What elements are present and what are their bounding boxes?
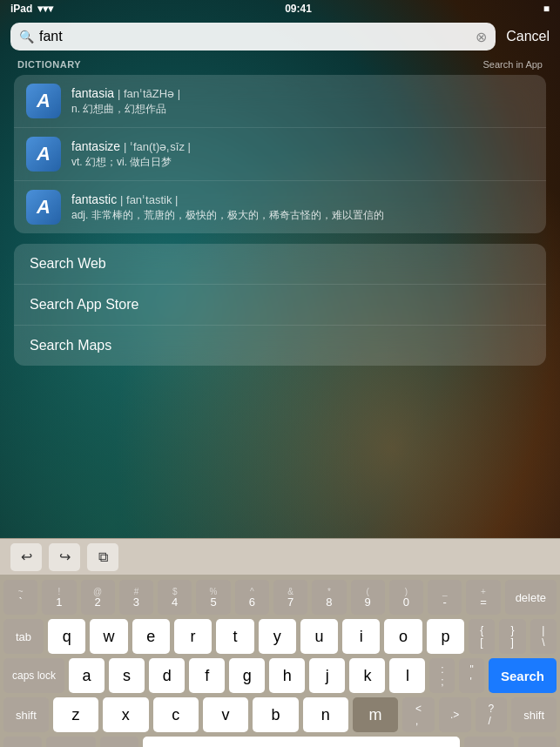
key-r[interactable]: r — [174, 619, 212, 654]
key-p[interactable]: p — [427, 619, 464, 654]
key-slash[interactable]: ?/ — [476, 697, 508, 732]
paste-button[interactable]: ⧉ — [87, 543, 118, 571]
dict-item-fantastic[interactable]: A fantastic | fanˈtastik | adj. 非常棒的，荒唐的… — [14, 181, 546, 233]
key-lbrace[interactable]: {[ — [469, 619, 495, 654]
search-maps-option[interactable]: Search Maps — [14, 326, 546, 366]
globe-key[interactable]: 🌐 — [3, 737, 42, 747]
dict-text-fantasia: fantasia | fanˈtāZHə | n. 幻想曲，幻想作品 — [71, 86, 534, 117]
key-f[interactable]: f — [189, 658, 225, 693]
key-j[interactable]: j — [309, 658, 345, 693]
key-u[interactable]: u — [300, 619, 338, 654]
key-4[interactable]: $4 — [158, 580, 192, 615]
dict-word: fantasia | fanˈtāZHə | — [71, 86, 534, 100]
key-comma[interactable]: <, — [402, 697, 435, 732]
key-8[interactable]: *8 — [312, 580, 346, 615]
key-rbrace[interactable]: }] — [499, 619, 525, 654]
dict-word3: fantastic | fanˈtastik | — [71, 192, 534, 206]
key-x[interactable]: x — [103, 697, 148, 732]
key-z[interactable]: z — [53, 697, 98, 732]
key-v[interactable]: v — [203, 697, 248, 732]
word-fantastic: fantastic — [71, 192, 117, 206]
key-2[interactable]: @2 — [81, 580, 115, 615]
key-c[interactable]: c — [153, 697, 199, 732]
undo-button[interactable]: ↩ — [10, 543, 42, 571]
key-h[interactable]: h — [269, 658, 305, 693]
phonetic-fantastic: | fanˈtastik | — [120, 193, 178, 206]
dict-item-fantasia[interactable]: A fantasia | fanˈtāZHə | n. 幻想曲，幻想作品 — [14, 75, 546, 128]
dict-word2: fantasize | ˈfan(t)əˌsīz | — [71, 139, 534, 153]
sym-key-right[interactable]: .?123 — [464, 737, 514, 747]
search-web-option[interactable]: Search Web — [14, 244, 546, 285]
key-9[interactable]: (9 — [351, 580, 385, 615]
key-period[interactable]: .> — [439, 697, 471, 732]
redo-button[interactable]: ↪ — [49, 543, 80, 571]
search-in-app-link[interactable]: Search in App — [483, 59, 543, 70]
key-i[interactable]: i — [342, 619, 380, 654]
keyboard-toolbar: ↩ ↪ ⧉ — [0, 538, 560, 575]
search-options: Search Web Search App Store Search Maps — [14, 244, 546, 366]
word-fantasize: fantasize — [71, 139, 120, 153]
key-q[interactable]: q — [48, 619, 85, 654]
search-input-container[interactable]: 🔍 ⊗ — [10, 23, 496, 50]
key-b[interactable]: b — [253, 697, 298, 732]
key-7[interactable]: &7 — [273, 580, 307, 615]
key-a[interactable]: a — [69, 658, 105, 693]
dict-item-fantasize[interactable]: A fantasize | ˈfan(t)əˌsīz | vt. 幻想；vi. … — [14, 128, 546, 181]
search-appstore-option[interactable]: Search App Store — [14, 285, 546, 326]
key-m[interactable]: m — [353, 697, 398, 732]
wifi-icon: ▾▾▾ — [37, 3, 53, 15]
key-d[interactable]: d — [149, 658, 185, 693]
key-quote[interactable]: "' — [459, 658, 484, 693]
dict-def-fantasia: n. 幻想曲，幻想作品 — [71, 102, 534, 117]
sym-key-left[interactable]: .?123 — [46, 737, 96, 747]
cancel-button[interactable]: Cancel — [506, 29, 550, 44]
key-t[interactable]: t — [216, 619, 253, 654]
dict-icon-fantasize: A — [26, 137, 61, 172]
search-input[interactable] — [39, 29, 470, 44]
key-minus[interactable]: _- — [428, 580, 462, 615]
key-semicolon[interactable]: :; — [429, 658, 455, 693]
search-key[interactable]: Search — [489, 658, 557, 693]
key-5[interactable]: %5 — [196, 580, 230, 615]
tab-key[interactable]: tab — [3, 619, 44, 654]
key-k[interactable]: k — [349, 658, 385, 693]
word-fantasia: fantasia — [71, 86, 114, 100]
delete-key[interactable]: delete — [505, 580, 557, 615]
dict-icon-fantastic: A — [26, 190, 61, 225]
content-area: DICTIONARY Search in App A fantasia | fa… — [0, 56, 560, 538]
key-pipe[interactable]: |\ — [530, 619, 557, 654]
dictionary-results: A fantasia | fanˈtāZHə | n. 幻想曲，幻想作品 A f… — [14, 75, 546, 233]
clear-icon[interactable]: ⊗ — [476, 29, 487, 45]
asdf-row: caps lock a s d f g h j k l :; "' Search — [3, 658, 557, 693]
key-3[interactable]: #3 — [119, 580, 153, 615]
number-row: ~` !1 @2 #3 $4 %5 ^6 &7 *8 (9 )0 _- += d… — [3, 580, 557, 615]
microphone-key[interactable]: 🎤 — [100, 737, 138, 747]
key-y[interactable]: y — [259, 619, 296, 654]
key-l[interactable]: l — [389, 658, 425, 693]
key-1[interactable]: !1 — [42, 580, 76, 615]
battery-icon: ■ — [543, 3, 550, 15]
status-right: ■ — [543, 3, 550, 15]
key-6[interactable]: ^6 — [235, 580, 269, 615]
key-n[interactable]: n — [303, 697, 348, 732]
key-0[interactable]: )0 — [389, 580, 423, 615]
bottom-row: 🌐 .?123 🎤 .?123 ⌨ — [3, 737, 557, 747]
key-g[interactable]: g — [229, 658, 265, 693]
key-w[interactable]: w — [90, 619, 127, 654]
dict-def-fantasize: vt. 幻想；vi. 做白日梦 — [71, 155, 534, 170]
space-key[interactable] — [143, 737, 461, 747]
search-icon: 🔍 — [19, 30, 34, 44]
ipad-label: iPad — [10, 3, 32, 15]
key-tilde[interactable]: ~` — [3, 580, 37, 615]
dictionary-header: DICTIONARY Search in App — [14, 56, 546, 75]
key-o[interactable]: o — [384, 619, 422, 654]
dict-text-fantasize: fantasize | ˈfan(t)əˌsīz | vt. 幻想；vi. 做白… — [71, 139, 534, 170]
key-s[interactable]: s — [109, 658, 145, 693]
caps-lock-key[interactable]: caps lock — [3, 658, 64, 693]
key-e[interactable]: e — [132, 619, 170, 654]
keyboard-rows: ~` !1 @2 #3 $4 %5 ^6 &7 *8 (9 )0 _- += d… — [0, 575, 560, 747]
right-shift-key[interactable]: shift — [511, 697, 557, 732]
left-shift-key[interactable]: shift — [3, 697, 49, 732]
hide-keyboard-key[interactable]: ⌨ — [518, 737, 557, 747]
key-equals[interactable]: += — [466, 580, 500, 615]
